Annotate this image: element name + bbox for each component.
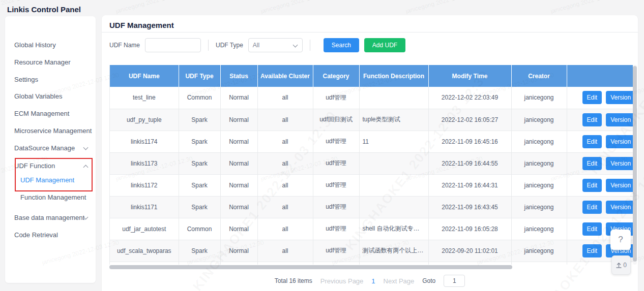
table-row: udf_py_tupleSparkNormalalludf回归测试tuple类型… [110,109,633,131]
watermark-text: janicegong 2022-12-03 12:30 [405,0,483,15]
cell-creator: janicegong [511,196,567,218]
sidebar-item-function-management[interactable]: Function Management [5,189,96,206]
sidebar-item-microservice-management[interactable]: Microservice Management [5,122,96,140]
sidebar-item-udf-management[interactable]: UDF Management [5,172,96,189]
goto-page-input[interactable] [444,275,465,287]
cell-description [359,174,428,196]
upload-icon [616,262,622,269]
version-list-button[interactable]: Version List [606,179,633,192]
upload-status-widget[interactable]: 0 [611,255,631,275]
version-list-button[interactable]: Version List [606,113,633,126]
cell-category: udf管理 [313,240,359,262]
udf-type-select[interactable]: All [248,38,303,52]
version-list-button[interactable]: Version List [606,201,633,214]
cell-empty [220,262,257,265]
cell-actions: EditVersion List [567,109,633,131]
previous-page-button[interactable]: Previous Page [320,277,364,285]
search-button[interactable]: Search [324,38,359,52]
cell-empty [179,262,220,265]
sidebar-item-base-data-management[interactable]: Base data management [5,209,96,227]
add-udf-button[interactable]: Add UDF [364,38,405,52]
help-button[interactable]: ? [610,230,631,250]
table-header-row: UDF NameUDF TypeStatusAvailable ClusterC… [110,65,633,87]
cell-udf_type: Spark [179,196,220,218]
cell-status: Normal [220,131,257,152]
table-vertical-scrollbar[interactable] [633,65,637,265]
filter-divider [208,40,209,51]
column-header-udf-name: UDF Name [110,65,179,87]
sidebar-item-label: Function Management [20,193,86,201]
cell-cluster: all [257,196,313,218]
sidebar-item-resource-manager[interactable]: Resource Manager [5,54,96,71]
cell-status: Normal [220,109,257,131]
sidebar-item-global-history[interactable]: Global History [5,37,96,54]
filter-bar: UDF Name UDF Type All Search Add UDF [109,38,405,52]
edit-button[interactable]: Edit [582,91,602,104]
cell-status: Normal [220,196,257,218]
udf-name-label: UDF Name [109,42,140,49]
cell-modify_time: 2022-11-09 16:45:16 [428,131,511,152]
sidebar-item-global-variables[interactable]: Global Variables [5,88,96,105]
cell-category: udf管理 [313,87,359,109]
column-header-category: Category [313,65,359,87]
cell-description [359,152,428,174]
table-row: udf_scala_twoparasSparkNormalalludf管理测试函… [110,240,633,262]
udf-table-container: UDF NameUDF TypeStatusAvailable ClusterC… [109,65,633,265]
cell-udf_type: Spark [179,152,220,174]
cell-udf_name: linkis1174 [110,131,179,152]
cell-creator: janicegong [511,240,567,262]
table-horizontal-scrollbar[interactable] [109,265,633,269]
udf-name-input[interactable] [145,38,201,52]
cell-udf_name: linkis1173 [110,152,179,174]
cell-udf_name: udf_scala_twoparas [110,240,179,262]
edit-button[interactable]: Edit [582,179,602,192]
cell-modify_time: 2022-11-09 16:44:31 [428,174,511,196]
sidebar-item-datasource-manage[interactable]: DataSource Manage [5,140,96,157]
version-list-button[interactable]: Version List [606,135,633,148]
version-list-button[interactable]: Version List [606,91,633,104]
sidebar-item-settings[interactable]: Settings [5,71,96,88]
app-title: Linkis Control Panel [7,5,81,14]
column-header-modify-time: Modify Time [428,65,511,87]
version-list-button[interactable]: Version List [606,157,633,170]
watermark-text: janicegong 2022-12-03 12:30 [550,0,628,15]
edit-button[interactable]: Edit [582,157,602,170]
cell-empty [511,262,567,265]
vertical-scrollbar-thumb[interactable] [633,66,637,262]
cell-category: udf管理 [313,152,359,174]
edit-button[interactable]: Edit [582,244,602,257]
cell-cluster: all [257,218,313,240]
edit-button[interactable]: Edit [582,201,602,214]
title-divider [102,32,638,33]
cell-udf_name: udf_py_tuple [110,109,179,131]
chevron-down-icon [83,145,89,150]
horizontal-scrollbar-thumb[interactable] [109,265,512,269]
cell-status: Normal [220,240,257,262]
cell-cluster: all [257,87,313,109]
column-header-function-description: Function Description [359,65,428,87]
edit-button[interactable]: Edit [582,222,602,236]
cell-actions: EditVersion List [567,174,633,196]
cell-cluster: all [257,174,313,196]
sidebar-item-ecm-management[interactable]: ECM Management [5,105,96,122]
sidebar-item-label: ECM Management [14,110,69,117]
upload-count: 0 [623,262,627,269]
next-page-button[interactable]: Next Page [384,277,415,285]
sidebar-item-label: Microservice Management [14,127,92,135]
cell-category: udf回归测试 [313,109,359,131]
pagination-total: Total 16 items [275,277,312,284]
edit-button[interactable]: Edit [582,135,602,148]
page-number-1[interactable]: 1 [371,277,375,285]
cell-description: shell 自动化测试专用，勿... [359,218,428,240]
cell-status: Normal [220,152,257,174]
sidebar-item-label: Global History [14,41,56,49]
cell-udf_type: Spark [179,131,220,152]
edit-button[interactable]: Edit [582,113,602,126]
sidebar-item-code-retrieval[interactable]: Code Retrieval [5,227,96,244]
pagination: Total 16 items Previous Page 1 Next Page… [102,274,638,287]
cell-cluster: all [257,131,313,152]
cell-category: udf管理 [313,174,359,196]
column-header-actions [567,65,633,87]
table-row: test_lineCommonNormalalludf管理2022-12-02 … [110,87,633,109]
cell-actions: EditVersion List [567,131,633,152]
